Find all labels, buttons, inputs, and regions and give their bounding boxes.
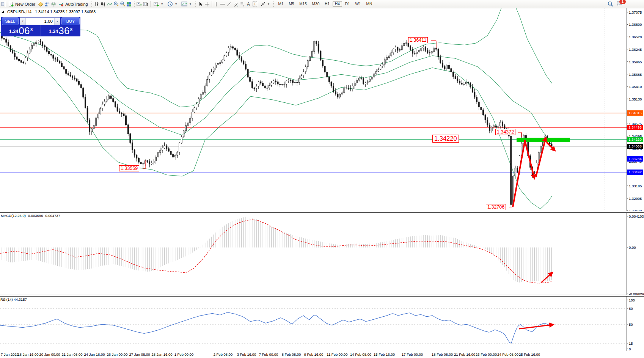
trendline-icon xyxy=(226,2,232,7)
shapes-tool-button[interactable]: ▼ xyxy=(258,1,272,8)
candle-body xyxy=(174,155,176,157)
timeframe-m5[interactable]: M5 xyxy=(286,1,296,7)
cursor-tool-button[interactable] xyxy=(198,1,204,7)
candle-body xyxy=(250,77,251,82)
candle-body xyxy=(483,110,484,115)
candle-body xyxy=(498,126,499,127)
text-tool-button[interactable]: A xyxy=(245,1,252,7)
candle-body xyxy=(335,92,336,94)
candle-body xyxy=(38,41,39,42)
chart-canvas[interactable] xyxy=(0,0,644,358)
candle-body xyxy=(517,168,518,172)
candle-body xyxy=(156,157,157,161)
candle-body xyxy=(130,134,131,143)
candle-body xyxy=(506,129,507,129)
volume-input[interactable]: 1.00 xyxy=(26,18,54,25)
sell-button[interactable]: SELL xyxy=(2,17,19,25)
autotrading-button[interactable]: AutoTrading xyxy=(57,1,90,8)
volume-increase-button[interactable]: ▲ xyxy=(54,18,60,25)
time-axis-border xyxy=(0,351,644,351)
equidistant-channel-tool-button[interactable]: E xyxy=(232,1,239,7)
candle-body xyxy=(200,94,201,99)
clipped-icon[interactable] xyxy=(0,1,4,7)
candle-body xyxy=(190,118,191,123)
candle-body xyxy=(380,66,381,69)
timeframe-mn[interactable]: MN xyxy=(364,1,375,7)
candle-body xyxy=(31,46,33,49)
candle-body xyxy=(260,82,261,83)
styler-button[interactable] xyxy=(37,1,44,7)
label-tool-button[interactable]: T xyxy=(252,1,258,7)
annotation-arrow[interactable] xyxy=(519,325,553,329)
candle-body xyxy=(3,38,5,39)
timeframe-group: M1M5M15M30H1H4D1W1MN xyxy=(275,1,375,7)
template-button[interactable]: ▼ xyxy=(179,1,194,8)
candle-body xyxy=(14,53,15,57)
candle-body xyxy=(493,126,495,127)
candle-body xyxy=(281,85,283,85)
chevron-down-icon: ▼ xyxy=(161,3,163,5)
annotation-arrow[interactable] xyxy=(536,138,546,177)
sell-price[interactable]: 1.34 06 8 xyxy=(1,25,41,36)
timeframe-h1[interactable]: H1 xyxy=(322,1,332,7)
candlestick-mode-button[interactable] xyxy=(100,1,107,7)
search-icon[interactable] xyxy=(608,1,613,7)
line-chart-mode-button[interactable] xyxy=(107,1,113,7)
timeframe-w1[interactable]: W1 xyxy=(353,1,363,7)
new-chart-button[interactable]: ▼ xyxy=(152,1,165,8)
candle-body xyxy=(371,77,372,79)
new-order-label: New Order xyxy=(15,2,35,6)
chevron-down-icon: ▼ xyxy=(175,3,177,5)
signals-button[interactable] xyxy=(50,1,57,7)
timeframe-m15[interactable]: M15 xyxy=(297,1,309,7)
candle-body xyxy=(378,69,379,71)
candle-body xyxy=(267,88,268,88)
toolbar-separator xyxy=(150,1,151,7)
period-button[interactable]: ▼ xyxy=(165,1,179,8)
community-button[interactable] xyxy=(44,1,50,7)
candle-body xyxy=(46,47,47,52)
candle-body xyxy=(406,43,407,43)
rsi-pane-divider[interactable] xyxy=(0,295,644,297)
zoom-in-button[interactable] xyxy=(113,1,119,7)
crosshair-tool-button[interactable] xyxy=(204,1,210,7)
horizontal-line-tool-button[interactable] xyxy=(220,1,226,7)
chart-shift-button[interactable] xyxy=(143,1,149,7)
candle-body xyxy=(247,69,248,77)
bollinger-lower-band xyxy=(0,44,552,209)
zoom-in-icon xyxy=(113,1,119,7)
candle-body xyxy=(404,43,405,46)
zoom-out-button[interactable] xyxy=(119,1,126,7)
trendline-tool-button[interactable] xyxy=(226,1,232,7)
candle-body xyxy=(207,79,208,86)
candle-body xyxy=(226,53,227,56)
arrange-charts-button[interactable] xyxy=(136,1,143,7)
callout-connector xyxy=(518,132,521,137)
candle-body xyxy=(243,61,244,64)
tile-windows-button[interactable] xyxy=(126,1,132,7)
timeframe-m1[interactable]: M1 xyxy=(276,1,286,7)
new-order-icon xyxy=(8,2,14,7)
buy-button[interactable]: BUY xyxy=(61,17,80,25)
one-click-expander-icon[interactable] xyxy=(1,11,4,13)
fibonacci-tool-button[interactable]: F xyxy=(239,1,245,7)
vertical-line-tool-button[interactable] xyxy=(213,1,220,7)
tile-windows-icon xyxy=(126,2,132,7)
annotation-arrow[interactable] xyxy=(513,141,534,207)
candle-body xyxy=(474,92,475,97)
volume-decrease-button[interactable]: ▼ xyxy=(20,18,26,25)
candle-body xyxy=(333,86,334,92)
timeframe-h4[interactable]: H4 xyxy=(333,1,342,7)
new-order-button[interactable]: New Order xyxy=(6,1,37,8)
buy-price[interactable]: 1.34 36 8 xyxy=(41,25,80,36)
bar-chart-mode-button[interactable] xyxy=(94,1,100,7)
timeframe-m30[interactable]: M30 xyxy=(310,1,322,7)
timeframe-d1[interactable]: D1 xyxy=(343,1,352,7)
candle-body xyxy=(369,79,371,82)
macd-pane-divider[interactable] xyxy=(0,211,644,213)
candle-body xyxy=(79,81,80,85)
notifications-button[interactable]: 1 xyxy=(616,1,623,7)
candle-body xyxy=(258,82,259,86)
candle-body xyxy=(106,99,107,102)
candle-body xyxy=(213,68,214,71)
